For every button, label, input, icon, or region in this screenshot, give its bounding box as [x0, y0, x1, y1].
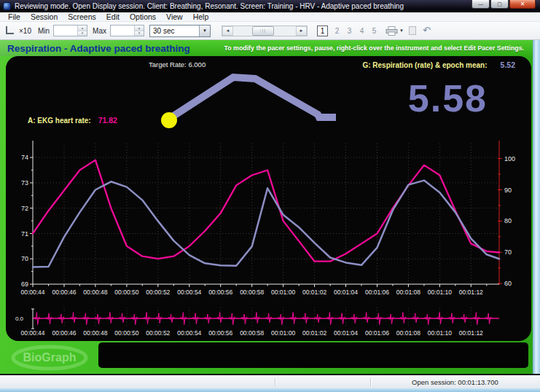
time-tick-label: 00:01:04 — [334, 329, 358, 337]
max-field[interactable] — [111, 26, 134, 36]
min-field[interactable] — [54, 26, 77, 36]
titlebar[interactable]: Reviewing mode. Open Display session. Cl… — [0, 0, 540, 12]
page-button-5[interactable]: 5 — [371, 27, 377, 35]
close-button[interactable]: ✕ — [509, 0, 536, 9]
chevron-down-icon[interactable]: ▼ — [199, 26, 210, 36]
scale-multiplier-label[interactable]: ×10 — [19, 27, 31, 35]
time-tick-label: 00:01:06 — [365, 329, 389, 337]
time-tick-label: 00:00:44 — [20, 329, 44, 337]
min-spin-up-icon[interactable]: ▲ — [78, 26, 87, 31]
time-tick-label: 00:01:10 — [428, 289, 452, 296]
time-tick-label: 00:00:56 — [208, 329, 232, 337]
time-tick-label: 00:01:08 — [396, 289, 420, 296]
time-tick-label: 00:01:08 — [396, 329, 420, 337]
breathing-pacer[interactable] — [152, 66, 345, 132]
time-tick-label: 00:00:44 — [20, 289, 44, 296]
heart-rate-line — [33, 160, 499, 262]
time-tick-label: 00:00:48 — [83, 329, 107, 337]
application-window: Reviewing mode. Open Display session. Cl… — [0, 0, 540, 392]
open-session-time: Open session: 00:01:13.700 — [412, 378, 498, 386]
bottom-axis — [33, 284, 499, 287]
bottom-black-bar — [98, 342, 528, 368]
notes-icon[interactable] — [409, 26, 416, 35]
time-row-strip: 00:00:4400:00:4600:00:4800:00:5000:00:52… — [6, 329, 531, 338]
time-tick-label: 00:00:50 — [114, 289, 138, 296]
window-bottom-border — [0, 388, 540, 392]
ekg-heart-rate-label: A: EKG heart rate: — [28, 117, 91, 125]
session-scrollbar[interactable]: ◄ ► — [222, 26, 308, 36]
min-spin-down-icon[interactable]: ▼ — [78, 31, 87, 36]
time-tick-label: 00:01:02 — [302, 329, 326, 337]
max-spin-down-icon[interactable]: ▼ — [135, 31, 144, 36]
undo-icon[interactable]: ↶ — [423, 27, 431, 34]
time-row-main: 00:00:4400:00:4600:00:4800:00:5000:00:52… — [6, 289, 531, 297]
respiration-stat-label: G: Respiration (rate) & epoch mean: — [362, 61, 487, 69]
time-tick-label: 00:00:50 — [114, 329, 138, 337]
time-tick-label: 00:00:46 — [52, 329, 76, 337]
time-tick-label: 00:00:54 — [177, 289, 201, 296]
logo-text: BioGraph — [23, 351, 77, 364]
scroll-left-icon[interactable]: ◄ — [222, 26, 233, 36]
time-tick-label: 00:01:00 — [271, 329, 295, 337]
min-label: Min — [38, 27, 50, 35]
time-tick-label: 00:00:54 — [177, 329, 201, 337]
window-right-border — [533, 40, 540, 374]
time-tick-label: 00:00:58 — [240, 329, 264, 337]
print-button[interactable]: ▼ — [386, 26, 404, 36]
page-button-1[interactable]: 1 — [317, 26, 328, 36]
respiration-epoch-mean: 5.52 — [501, 60, 515, 69]
max-spinner[interactable]: ▲ ▼ — [110, 25, 144, 36]
right-axis-tick-label: 90 — [504, 187, 512, 194]
left-axis-tick-label: 71 — [21, 230, 28, 238]
respiration-rate-value: 5.58 — [408, 77, 488, 120]
scrollbar-track[interactable] — [233, 26, 296, 36]
menu-item-options[interactable]: Options — [125, 12, 161, 21]
axes-scale-icon[interactable] — [6, 26, 14, 34]
respiration-line — [33, 181, 499, 267]
pacer-path — [169, 77, 336, 119]
time-tick-label: 00:00:56 — [208, 289, 232, 296]
print-caret-icon[interactable]: ▼ — [399, 28, 404, 33]
menu-item-edit[interactable]: Edit — [101, 12, 125, 21]
left-axis: 697071727374 — [21, 141, 33, 288]
left-axis-tick-label: 69 — [21, 281, 28, 288]
min-spinner[interactable]: ▲ ▼ — [53, 25, 87, 36]
maximize-button[interactable]: ▢ — [490, 0, 509, 9]
page-selector: 12345 — [317, 26, 377, 36]
instrument-panel[interactable]: 697071727374607080901000.0 Target Rate: … — [6, 56, 531, 341]
time-scale-select[interactable]: 30 sec ▼ — [149, 25, 211, 37]
page-button-3[interactable]: 3 — [346, 27, 353, 35]
menu-item-file[interactable]: File — [3, 12, 26, 21]
pacer-instruction-text: To modify the pacer settings, pause, rig… — [224, 44, 524, 52]
statusbar: Open session: 00:01:13.700 — [0, 374, 540, 388]
minimize-button[interactable]: — — [471, 0, 490, 9]
menu-item-session[interactable]: Session — [26, 12, 63, 21]
left-axis-tick-label: 73 — [21, 179, 28, 187]
menu-item-screens[interactable]: Screens — [63, 12, 101, 21]
strip-zero-label: 0.0 — [15, 315, 24, 322]
right-axis: 60708090100 — [498, 141, 515, 287]
time-scale-value: 30 sec — [150, 27, 199, 35]
time-tick-label: 00:00:52 — [146, 289, 170, 296]
page-button-4[interactable]: 4 — [359, 27, 365, 35]
toolbar: ×10 Min ▲ ▼ Max ▲ ▼ 30 sec ▼ ◄ ► — [0, 22, 540, 40]
time-tick-label: 00:00:48 — [83, 289, 107, 296]
screen-title: Respiration - Adaptive paced breathing — [7, 43, 190, 54]
page-button-2[interactable]: 2 — [334, 27, 340, 35]
max-label: Max — [93, 27, 106, 35]
ekg-raw-strip: 0.0 — [15, 309, 499, 329]
menu-item-help[interactable]: Help — [188, 12, 214, 21]
max-spin-up-icon[interactable]: ▲ — [135, 26, 144, 31]
window-controls: — ▢ ✕ — [471, 0, 536, 9]
scroll-right-icon[interactable]: ► — [296, 26, 307, 36]
scrollbar-thumb[interactable] — [252, 26, 274, 36]
time-tick-label: 00:00:46 — [52, 289, 76, 296]
time-tick-label: 00:01:00 — [271, 289, 295, 296]
time-tick-label: 00:01:02 — [302, 289, 326, 296]
pacer-ball — [161, 112, 177, 128]
time-tick-label: 00:01:12 — [459, 329, 483, 337]
ekg-heart-rate-value: 71.82 — [98, 116, 117, 125]
workspace: Respiration - Adaptive paced breathing T… — [0, 40, 540, 374]
menubar: FileSessionScreensEditOptionsViewHelp — [0, 12, 540, 22]
menu-item-view[interactable]: View — [161, 12, 188, 21]
